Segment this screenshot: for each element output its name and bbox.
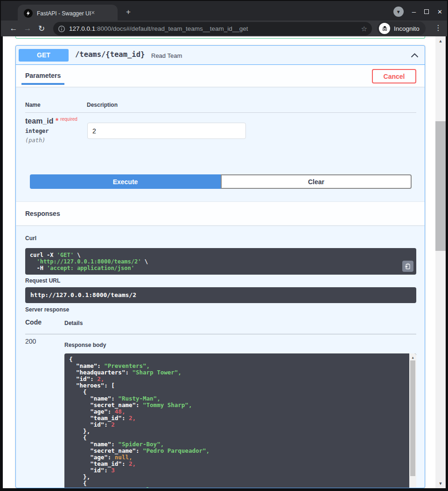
bookmark-star-icon[interactable]: ☆ [361, 25, 367, 33]
required-star: * [53, 117, 58, 125]
responses-title: Responses [25, 210, 60, 217]
incognito-label: Incognito [394, 25, 420, 32]
param-name: team_id *required [25, 117, 77, 125]
new-tab-button[interactable]: + [123, 7, 133, 18]
response-body-scrollbar[interactable]: ▲ [409, 353, 416, 488]
collapse-chevron-icon[interactable] [411, 51, 419, 60]
cancel-button[interactable]: Cancel [372, 69, 416, 83]
tab-title: FastAPI - Swagger UI [37, 10, 91, 17]
page-scrollbar[interactable]: ▲ ▼ [435, 36, 446, 488]
responses-header: Responses [16, 202, 425, 225]
scroll-up-arrow-icon[interactable]: ▲ [409, 354, 416, 361]
execute-bar: Execute Clear [30, 174, 412, 189]
response-table-divider [25, 334, 416, 334]
address-bar[interactable]: 127.0.0.1:8000/docs#/default/read_team_t… [53, 22, 372, 35]
column-header-name: Name [25, 102, 41, 108]
endpoint-summary: Read Team [151, 52, 182, 59]
server-response-label: Server response [25, 306, 69, 313]
tab-strip: FastAPI - Swagger UI ✕ + ▼ – ✕ [1, 1, 447, 21]
incognito-badge: Incognito [377, 21, 426, 35]
status-code: 200 [25, 338, 36, 345]
tab-search-icon[interactable]: ▼ [393, 7, 404, 17]
table-header-divider [25, 112, 416, 113]
request-url-value: http://127.0.0.1:8000/teams/2 [25, 287, 416, 303]
curl-code: curl -X 'GET' \ 'http://127.0.0.1:8000/t… [30, 252, 412, 271]
copy-to-clipboard-button[interactable] [402, 261, 413, 272]
browser-window: FastAPI - Swagger UI ✕ + ▼ – ✕ ← → ↻ 127… [0, 0, 448, 491]
browser-toolbar: ← → ↻ 127.0.0.1:8000/docs#/default/read_… [1, 21, 447, 36]
page-scroll-down-icon[interactable]: ▼ [435, 481, 446, 486]
clear-button[interactable]: Clear [221, 174, 412, 189]
response-body-label: Response body [64, 342, 106, 348]
details-column-header: Details [64, 320, 83, 326]
maximize-button[interactable] [424, 9, 429, 14]
forward-icon: → [21, 24, 35, 33]
browser-menu-icon[interactable]: ⋮ [433, 23, 443, 32]
response-body-json: { "name": "Preventers", "headquarters": … [69, 356, 405, 488]
required-label: required [60, 117, 77, 122]
request-url-label: Request URL [25, 277, 60, 284]
url-path: :8000/docs#/default/read_team_teams__tea… [95, 25, 248, 32]
tab-parameters: Parameters [25, 72, 61, 79]
execute-button[interactable]: Execute [30, 174, 221, 189]
endpoint-path: /teams/{team_id} [75, 50, 145, 59]
opblock-get-teams: GET /teams/{team_id} Read Team Parameter… [15, 45, 425, 488]
page-scrollbar-thumb[interactable] [435, 121, 446, 251]
swagger-page: GET /teams/{team_id} Read Team Parameter… [3, 36, 435, 488]
back-icon[interactable]: ← [7, 24, 21, 33]
code-column-header: Code [25, 318, 42, 326]
page-scroll-up-icon[interactable]: ▲ [435, 39, 446, 43]
incognito-icon [379, 23, 390, 34]
team-id-input[interactable] [87, 123, 246, 139]
active-tab-underline [21, 83, 64, 85]
previous-opblock-edge [15, 36, 425, 39]
site-info-icon[interactable] [58, 25, 65, 33]
response-scrollbar-thumb[interactable] [410, 360, 415, 476]
fastapi-favicon-icon [24, 9, 33, 18]
column-header-description: Description [87, 102, 118, 108]
param-type: integer [25, 128, 49, 134]
url-host: 127.0.0.1 [69, 25, 95, 32]
opblock-summary[interactable]: GET /teams/{team_id} Read Team [16, 46, 425, 65]
response-body-block: { "name": "Preventers", "headquarters": … [64, 353, 416, 488]
curl-command: curl -X 'GET' \ 'http://127.0.0.1:8000/t… [25, 248, 416, 275]
url-text: 127.0.0.1:8000/docs#/default/read_team_t… [69, 25, 248, 32]
minimize-button[interactable]: – [412, 9, 416, 14]
method-badge: GET [19, 49, 69, 62]
reload-icon[interactable]: ↻ [35, 24, 49, 34]
close-button[interactable]: ✕ [437, 8, 442, 15]
param-location: (path) [25, 137, 45, 144]
curl-label: Curl [25, 235, 36, 242]
parameters-header: Parameters Cancel [16, 65, 425, 87]
tab-close-icon[interactable]: ✕ [89, 8, 97, 17]
